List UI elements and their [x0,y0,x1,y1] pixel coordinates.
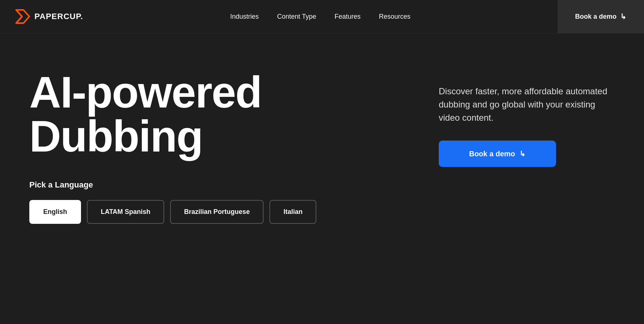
logo-text: PAPERCUP. [34,12,83,21]
nav-book-demo-label: Book a demo [575,13,617,21]
nav-cta-area: Book a demo ↳ [557,0,644,33]
pick-language-label: Pick a Language [29,180,359,190]
lang-btn-latam-spanish[interactable]: LATAM Spanish [87,200,164,224]
hero-description: Discover faster, more affordable automat… [439,85,615,124]
hero-title-line2: Dubbing [29,112,203,161]
nav-item-features[interactable]: Features [335,13,361,21]
logo[interactable]: PAPERCUP. [15,8,83,25]
lang-label-english: English [43,208,67,215]
lang-label-brazilian-portuguese: Brazilian Portuguese [184,208,250,215]
language-buttons: English LATAM Spanish Brazilian Portugue… [29,200,359,224]
lang-btn-english[interactable]: English [29,200,81,224]
lang-label-latam-spanish: LATAM Spanish [101,208,150,215]
hero-book-demo-button[interactable]: Book a demo ↳ [439,141,556,167]
hero-left: AI-powered Dubbing Pick a Language Engli… [29,70,359,224]
hero-title: AI-powered Dubbing [29,70,359,158]
nav-book-demo-button[interactable]: Book a demo ↳ [557,0,644,33]
lang-btn-brazilian-portuguese[interactable]: Brazilian Portuguese [170,200,264,224]
hero-section: AI-powered Dubbing Pick a Language Engli… [0,33,644,324]
lang-label-italian: Italian [283,208,302,215]
hero-title-line1: AI-powered [29,68,261,117]
lang-btn-italian[interactable]: Italian [269,200,316,224]
nav-item-resources[interactable]: Resources [379,13,411,21]
papercup-logo-icon [15,8,31,25]
nav-item-industries[interactable]: Industries [230,13,259,21]
hero-right: Discover faster, more affordable automat… [439,70,615,167]
hero-cta-arrow-icon: ↳ [519,149,526,158]
navbar: PAPERCUP. Industries Content Type Featur… [0,0,644,33]
nav-arrow-icon: ↳ [620,12,626,21]
nav-item-content-type[interactable]: Content Type [277,13,316,21]
hero-cta-label: Book a demo [469,150,515,158]
nav-links: Industries Content Type Features Resourc… [230,13,411,21]
